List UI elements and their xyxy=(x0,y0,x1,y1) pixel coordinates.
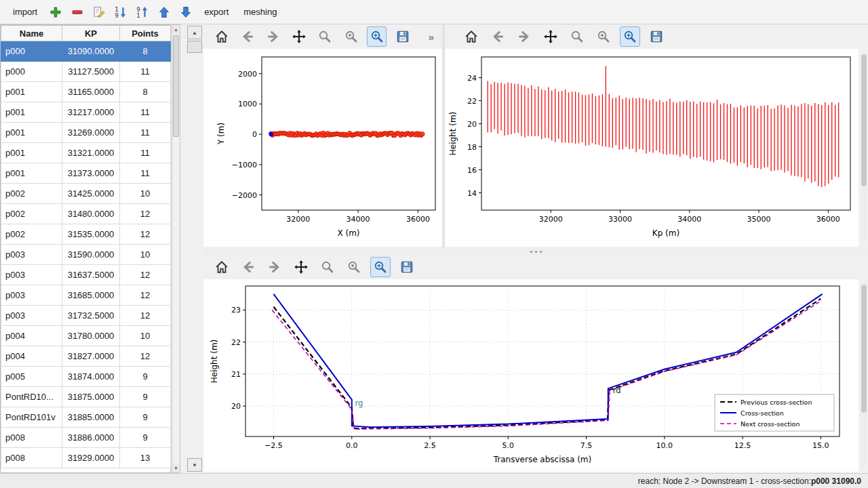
cell-points[interactable]: 9 xyxy=(120,367,171,387)
cell-points[interactable]: 11 xyxy=(120,102,171,123)
cell-name[interactable]: PontRD10... xyxy=(1,387,62,407)
back-button[interactable] xyxy=(238,257,258,277)
cell-kp[interactable]: 31535.0000 xyxy=(62,224,120,245)
cell-points[interactable]: 12 xyxy=(120,306,171,326)
cell-kp[interactable]: 31780.0000 xyxy=(62,326,120,346)
cell-name[interactable]: p001 xyxy=(1,123,62,143)
panel-scrollbar-track[interactable] xyxy=(187,53,202,458)
cell-name[interactable]: p008 xyxy=(1,448,62,468)
longitudinal-scrollbar[interactable] xyxy=(861,54,867,243)
cell-kp[interactable]: 31685.0000 xyxy=(62,285,120,306)
table-row[interactable]: p00131321.000011 xyxy=(1,143,171,163)
panel-scrollbar-thumb[interactable] xyxy=(187,41,202,53)
cell-kp[interactable]: 31127.5000 xyxy=(62,62,120,82)
cell-kp[interactable]: 31217.0000 xyxy=(62,102,120,123)
figure-options-button[interactable] xyxy=(344,257,364,277)
panel-scroll-down-button[interactable]: ▼ xyxy=(187,458,202,472)
cell-points[interactable]: 9 xyxy=(120,387,171,407)
forward-button[interactable] xyxy=(263,26,283,47)
cell-name[interactable]: p002 xyxy=(1,224,62,245)
plan-view-canvas[interactable]: 320003400036000−2000−1000010002000X (m)Y… xyxy=(203,49,442,247)
table-row[interactable]: p00231535.000012 xyxy=(1,224,171,245)
cross-section-scrollbar-thumb[interactable] xyxy=(861,285,867,413)
cell-name[interactable]: p003 xyxy=(1,245,62,265)
home-button[interactable] xyxy=(212,26,231,47)
cell-kp[interactable]: 31874.0000 xyxy=(62,367,120,387)
sort-descending-button[interactable]: 19 xyxy=(111,3,130,22)
figure-options-button[interactable] xyxy=(341,26,361,47)
table-row[interactable]: p00131217.000011 xyxy=(1,102,171,123)
table-row[interactable]: p00031090.00008 xyxy=(1,41,171,62)
table-row[interactable]: p00431780.000010 xyxy=(1,326,171,346)
cell-name[interactable]: p003 xyxy=(1,285,62,306)
remove-cross-section-button[interactable] xyxy=(68,3,87,22)
pan-button[interactable] xyxy=(540,26,561,47)
table-row[interactable]: p00231425.000010 xyxy=(1,184,171,204)
cell-name[interactable]: p003 xyxy=(1,306,62,326)
zoom-rect-button[interactable] xyxy=(370,257,391,277)
export-button[interactable]: export xyxy=(198,4,235,20)
save-button[interactable] xyxy=(646,26,667,47)
cell-name[interactable]: p000 xyxy=(1,41,62,62)
cell-points[interactable]: 10 xyxy=(120,184,171,204)
back-button[interactable] xyxy=(237,26,257,47)
save-button[interactable] xyxy=(397,257,417,277)
cell-name[interactable]: PontRD101v xyxy=(1,407,62,428)
cell-points[interactable]: 12 xyxy=(120,265,171,285)
cell-name[interactable]: p004 xyxy=(1,346,62,367)
table-row[interactable]: p00131269.000011 xyxy=(1,123,171,143)
add-cross-section-button[interactable] xyxy=(46,3,65,22)
table-scrollbar-thumb[interactable] xyxy=(173,35,179,137)
table-scrollbar[interactable]: ▲ ▼ xyxy=(172,24,180,473)
cell-points[interactable]: 12 xyxy=(120,346,171,367)
cell-points[interactable]: 10 xyxy=(120,326,171,346)
table-row[interactable]: p00831929.000013 xyxy=(1,448,171,468)
home-button[interactable] xyxy=(461,26,481,47)
panel-scrollbar[interactable]: ▲ ▼ xyxy=(187,24,202,473)
cell-name[interactable]: p001 xyxy=(1,82,62,102)
cell-name[interactable]: p008 xyxy=(1,428,62,448)
figure-options-button[interactable] xyxy=(593,26,614,47)
horizontal-splitter[interactable] xyxy=(203,248,868,255)
cell-kp[interactable]: 31090.0000 xyxy=(62,41,120,62)
column-header-points[interactable]: Points xyxy=(120,26,171,41)
cell-name[interactable]: p001 xyxy=(1,143,62,163)
zoom-rect-button[interactable] xyxy=(367,26,387,47)
cell-name[interactable]: p001 xyxy=(1,163,62,184)
table-scroll-up-icon[interactable]: ▲ xyxy=(172,25,180,34)
cell-kp[interactable]: 31886.0000 xyxy=(62,428,120,448)
cell-kp[interactable]: 31165.0000 xyxy=(62,82,120,102)
cell-kp[interactable]: 31929.0000 xyxy=(62,448,120,468)
forward-button[interactable] xyxy=(514,26,534,47)
cell-points[interactable]: 11 xyxy=(120,143,171,163)
cell-kp[interactable]: 31590.0000 xyxy=(62,245,120,265)
cell-points[interactable]: 13 xyxy=(120,448,171,468)
cell-kp[interactable]: 31827.0000 xyxy=(62,346,120,367)
table-row[interactable]: p00331590.000010 xyxy=(1,245,171,265)
column-header-name[interactable]: Name xyxy=(1,26,62,41)
table-row[interactable]: p00431827.000012 xyxy=(1,346,171,367)
table-row[interactable]: p00231480.000012 xyxy=(1,204,171,224)
table-row[interactable]: p00331732.500012 xyxy=(1,306,171,326)
move-up-button[interactable] xyxy=(155,3,174,22)
cell-name[interactable]: p002 xyxy=(1,204,62,224)
pan-button[interactable] xyxy=(291,257,311,277)
table-row[interactable]: PontRD101v31885.00009 xyxy=(1,407,171,428)
move-down-button[interactable] xyxy=(176,3,195,22)
zoom-rect-button[interactable] xyxy=(620,26,640,47)
cell-kp[interactable]: 31425.0000 xyxy=(62,184,120,204)
cell-points[interactable]: 11 xyxy=(120,62,171,82)
longitudinal-view-canvas[interactable]: 3200033000340003500036000141618202224Kp … xyxy=(445,49,859,247)
cell-points[interactable]: 10 xyxy=(120,245,171,265)
table-row[interactable]: p00031127.500011 xyxy=(1,62,171,82)
table-row[interactable]: p00331637.500012 xyxy=(1,265,171,285)
zoom-button[interactable] xyxy=(315,26,335,47)
cell-points[interactable]: 12 xyxy=(120,204,171,224)
cross-section-scrollbar[interactable] xyxy=(861,285,867,468)
import-button[interactable]: import xyxy=(7,4,43,20)
table-row[interactable]: p00831886.00009 xyxy=(1,428,171,448)
cell-name[interactable]: p004 xyxy=(1,326,62,346)
cell-points[interactable]: 12 xyxy=(120,224,171,245)
cell-kp[interactable]: 31480.0000 xyxy=(62,204,120,224)
zoom-button[interactable] xyxy=(567,26,587,47)
